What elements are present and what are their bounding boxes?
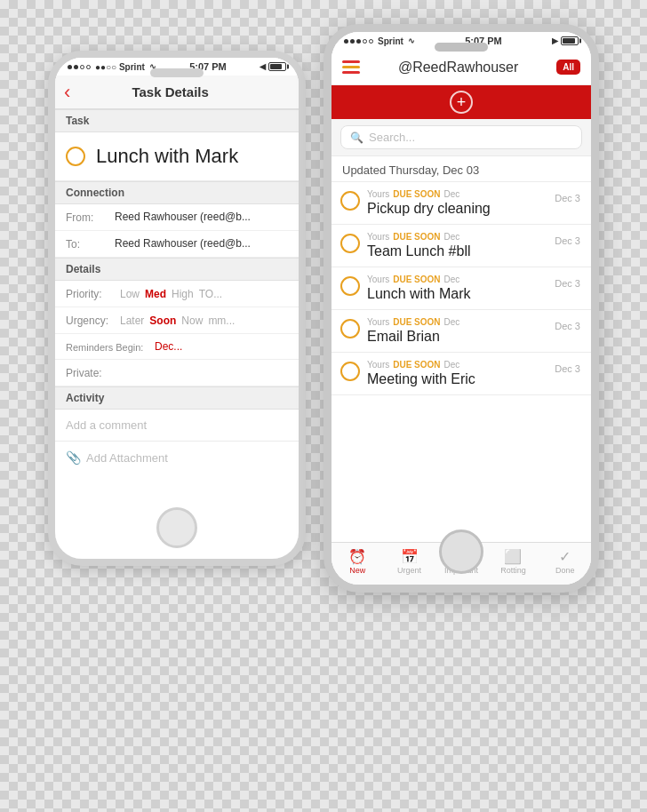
r-signal-3: [356, 39, 361, 44]
tab-new-label: New: [349, 566, 365, 575]
left-battery-fill: [270, 64, 282, 69]
task-item[interactable]: Yours DUE SOON Dec Meeting with Eric Dec…: [331, 353, 591, 395]
all-badge[interactable]: All: [556, 60, 580, 75]
tab-done[interactable]: ✓ Done: [539, 543, 591, 581]
right-carrier: Sprint ∿: [344, 36, 415, 46]
priority-label: Priority:: [66, 287, 115, 300]
task-item[interactable]: Yours DUE SOON Dec Email Brian Dec 3: [331, 310, 591, 353]
task-5-checkbox[interactable]: [340, 362, 360, 381]
right-wifi-icon: ∿: [408, 36, 415, 45]
priority-to[interactable]: TO...: [199, 288, 222, 300]
signal-dot-1: [68, 65, 72, 69]
from-value: Reed Rawhouser (reed@b...: [115, 211, 288, 223]
task-3-owner: Yours: [367, 275, 389, 284]
priority-low[interactable]: Low: [120, 288, 140, 300]
priority-med[interactable]: Med: [145, 288, 166, 300]
tab-rotting[interactable]: ⬜ Rotting: [487, 543, 539, 581]
right-status-bar: Sprint ∿ 5:07 PM ▶: [331, 32, 591, 50]
task-4-meta: Yours DUE SOON Dec: [367, 317, 547, 327]
details-section-header: Details: [55, 258, 299, 281]
task-details-title: Task Details: [76, 84, 265, 100]
to-row: To: Reed Rawhouser (reed@b...: [55, 231, 299, 258]
add-task-bar[interactable]: +: [331, 85, 591, 119]
right-carrier-name: Sprint: [378, 36, 403, 46]
task-checkbox[interactable]: [66, 147, 85, 166]
task-list: Yours DUE SOON Dec Pickup dry cleaning D…: [331, 182, 591, 542]
reminders-value: Dec...: [155, 340, 182, 353]
urgency-now[interactable]: Now: [181, 314, 203, 327]
connection-section-header: Connection: [55, 181, 299, 204]
signal-dot-4: [86, 65, 91, 69]
priority-high[interactable]: High: [172, 288, 194, 300]
task-4-due-soon: DUE SOON: [393, 317, 440, 327]
urgency-row: Urgency: Later Soon Now mm...: [55, 307, 299, 334]
right-phone-screen: Sprint ∿ 5:07 PM ▶ @ReedRawho: [331, 32, 591, 585]
hdot-1: [342, 60, 360, 63]
task-1-checkbox[interactable]: [340, 191, 360, 211]
tab-new[interactable]: ⏰ New: [331, 543, 383, 581]
left-wifi-icon: ∿: [149, 62, 156, 71]
task-5-date: Dec 3: [555, 363, 580, 374]
task-4-month: Dec: [444, 317, 460, 327]
right-battery: [561, 36, 579, 45]
activity-section-header: Activity: [55, 386, 299, 410]
task-1-due-soon: DUE SOON: [393, 189, 440, 199]
left-phone-screen: ●●○○ Sprint ∿ 5:07 PM ◀ ‹ Task Details T…: [55, 58, 299, 559]
task-2-date: Dec 3: [555, 235, 580, 246]
task-5-meta: Yours DUE SOON Dec: [367, 360, 547, 370]
urgency-soon[interactable]: Soon: [149, 314, 176, 327]
task-3-checkbox[interactable]: [340, 276, 360, 296]
urgency-later[interactable]: Later: [120, 314, 144, 327]
task-2-owner: Yours: [367, 232, 389, 242]
private-row: Private:: [55, 360, 299, 386]
task-1-meta: Yours DUE SOON Dec: [367, 189, 547, 199]
attachment-label: Add Attachment: [86, 451, 168, 465]
task-5-content: Yours DUE SOON Dec Meeting with Eric: [367, 360, 547, 387]
search-field[interactable]: 🔍 Search...: [340, 125, 582, 149]
task-2-checkbox[interactable]: [340, 234, 360, 253]
task-3-date: Dec 3: [555, 278, 580, 289]
back-button[interactable]: ‹: [64, 83, 70, 102]
task-4-checkbox[interactable]: [340, 319, 360, 338]
task-1-content: Yours DUE SOON Dec Pickup dry cleaning: [367, 189, 547, 217]
left-nav-bar: ‹ Task Details: [55, 76, 299, 109]
task-1-date: Dec 3: [555, 193, 580, 203]
to-label: To:: [66, 237, 115, 251]
tab-urgent[interactable]: 📅 Urgent: [383, 543, 435, 581]
task-1-owner: Yours: [367, 189, 389, 199]
right-nav-title: @ReedRawhouser: [398, 60, 518, 76]
search-placeholder: Search...: [369, 131, 415, 144]
task-title-section: Lunch with Mark: [55, 132, 299, 181]
hdot-3: [342, 71, 360, 74]
comment-area[interactable]: Add a comment: [55, 410, 299, 441]
hamburger-menu[interactable]: [342, 60, 360, 74]
task-3-name: Lunch with Mark: [367, 286, 547, 302]
task-3-due-soon: DUE SOON: [393, 275, 440, 284]
search-icon: 🔍: [350, 131, 363, 144]
task-5-due-soon: DUE SOON: [393, 360, 440, 370]
task-item[interactable]: Yours DUE SOON Dec Lunch with Mark Dec 3: [331, 267, 591, 310]
task-2-content: Yours DUE SOON Dec Team Lunch #bll: [367, 232, 547, 259]
task-2-name: Team Lunch #bll: [367, 243, 547, 259]
tab-urgent-label: Urgent: [397, 566, 421, 575]
right-phone: Sprint ∿ 5:07 PM ▶ @ReedRawho: [324, 24, 599, 593]
r-signal-5: [369, 39, 373, 44]
add-task-button[interactable]: +: [450, 91, 473, 114]
task-4-date: Dec 3: [555, 321, 580, 331]
attachment-area[interactable]: 📎 Add Attachment: [55, 441, 299, 474]
task-5-owner: Yours: [367, 360, 389, 370]
tab-important[interactable]: ☆ Important: [435, 543, 487, 581]
task-1-name: Pickup dry cleaning: [367, 201, 547, 217]
task-2-meta: Yours DUE SOON Dec: [367, 232, 547, 242]
task-3-content: Yours DUE SOON Dec Lunch with Mark: [367, 275, 547, 302]
task-item[interactable]: Yours DUE SOON Dec Team Lunch #bll Dec 3: [331, 225, 591, 267]
tab-important-label: Important: [444, 566, 478, 575]
urgency-mm[interactable]: mm...: [208, 314, 235, 327]
tab-bar: ⏰ New 📅 Urgent ☆ Important ⬜ Rotting ✓: [331, 542, 591, 585]
left-time: 5:07 PM: [189, 61, 227, 72]
task-section-header: Task: [55, 109, 299, 132]
left-carrier-name: ●●○○ Sprint: [95, 62, 145, 72]
tab-rotting-label: Rotting: [500, 566, 526, 575]
task-item[interactable]: Yours DUE SOON Dec Pickup dry cleaning D…: [331, 182, 591, 225]
right-location-icon: ▶: [552, 36, 558, 45]
